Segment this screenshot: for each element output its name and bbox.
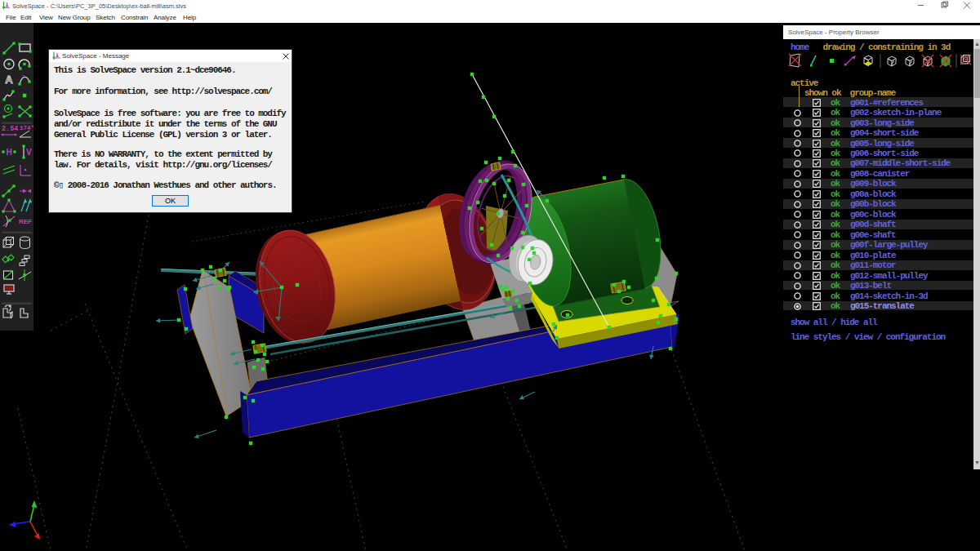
- svg-text:174°: 174°: [20, 125, 33, 131]
- svg-text:V: V: [26, 148, 32, 157]
- svg-text:T: T: [22, 74, 25, 79]
- svg-text:REF: REF: [19, 218, 32, 225]
- svg-text:2.54: 2.54: [2, 125, 18, 133]
- svg-text:H: H: [6, 148, 11, 157]
- svg-text:A: A: [5, 73, 13, 86]
